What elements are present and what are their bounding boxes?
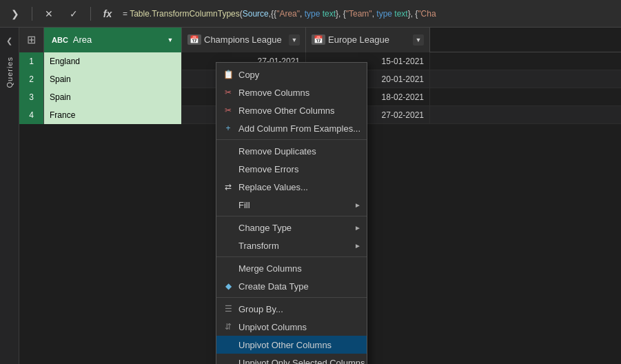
menu-unpivot-other-columns-label: Unpivot Other Columns [238, 340, 332, 350]
main-area: ❮ Queries ⊞ ABC Area ▼ 📅 Champions Leagu… [0, 28, 621, 364]
menu-remove-duplicates-label: Remove Duplicates [238, 146, 316, 156]
remove-other-columns-icon: ✂ [222, 104, 234, 117]
menu-remove-other-columns-label: Remove Other Columns [238, 105, 334, 116]
menu-remove-columns-label: Remove Columns [238, 88, 309, 98]
col-label-europe: Europe League [328, 34, 410, 45]
menu-item-replace-values[interactable]: ⇄ Replace Values... [216, 178, 367, 196]
unpivot-columns-icon: ⇵ [222, 321, 234, 333]
row-num-header: ⊞ [19, 28, 44, 52]
separator-2 [216, 216, 367, 216]
column-header-champions[interactable]: 📅 Champions League ▼ [182, 28, 306, 52]
col-label-champions: Champions League [204, 34, 286, 45]
menu-item-remove-errors[interactable]: Remove Errors [216, 160, 367, 178]
menu-item-remove-columns[interactable]: ✂ Remove Columns [216, 83, 367, 101]
menu-item-add-column-examples[interactable]: + Add Column From Examples... [216, 119, 367, 137]
cell-area-4: France [44, 106, 182, 124]
formula-bar: ❯ ✕ ✓ fx = Table.TransformColumnTypes(So… [0, 0, 621, 28]
separator-1 [216, 139, 367, 140]
context-menu: 📋 Copy ✂ Remove Columns ✂ Remove Other C… [216, 62, 367, 364]
separator-4 [216, 297, 367, 298]
add-column-icon: + [222, 122, 234, 134]
menu-create-data-type-label: Create Data Type [238, 281, 309, 292]
divider-2 [90, 7, 91, 21]
fill-submenu-arrow: ► [354, 201, 361, 209]
table-header: ⊞ ABC Area ▼ 📅 Champions League ▼ 📅 Euro… [19, 28, 621, 52]
column-header-europe[interactable]: 📅 Europe League ▼ [306, 28, 430, 52]
menu-item-unpivot-only-selected[interactable]: Unpivot Only Selected Columns [216, 354, 367, 364]
queries-label: Queries [6, 57, 14, 88]
menu-item-fill[interactable]: Fill ► [216, 196, 367, 214]
menu-group-by-label: Group By... [238, 304, 283, 314]
replace-values-icon: ⇄ [222, 181, 234, 193]
copy-icon: 📋 [222, 68, 234, 81]
col-type-icon-area: ABC [50, 35, 70, 45]
menu-item-group-by[interactable]: ☰ Group By... [216, 300, 367, 318]
col-dropdown-area[interactable]: ▼ [165, 34, 176, 46]
menu-replace-values-label: Replace Values... [238, 182, 308, 192]
row-num-2: 2 [19, 70, 44, 88]
fx-button[interactable]: fx [98, 4, 117, 23]
remove-columns-icon: ✂ [222, 86, 234, 99]
divider-1 [32, 7, 32, 21]
sidebar-collapse-icon[interactable]: ❮ [2, 33, 17, 48]
cell-area-3: Spain [44, 88, 182, 106]
cell-area-1: England [44, 52, 182, 70]
menu-merge-columns-label: Merge Columns [238, 263, 302, 274]
col-type-icon-champions: 📅 [187, 34, 201, 45]
content-area: ⊞ ABC Area ▼ 📅 Champions League ▼ 📅 Euro… [19, 28, 621, 364]
menu-item-copy[interactable]: 📋 Copy [216, 65, 367, 83]
menu-item-remove-other-columns[interactable]: ✂ Remove Other Columns [216, 101, 367, 119]
group-by-icon: ☰ [222, 303, 234, 315]
row-num-1: 1 [19, 52, 44, 70]
transform-submenu-arrow: ► [354, 242, 361, 250]
formula-text: = Table.TransformColumnTypes(Source,{{"A… [123, 9, 615, 19]
col-type-icon-europe: 📅 [312, 34, 325, 45]
menu-item-create-data-type[interactable]: ◆ Create Data Type [216, 277, 367, 295]
menu-transform-label: Transform [238, 241, 279, 251]
menu-unpivot-only-selected-label: Unpivot Only Selected Columns [238, 358, 365, 365]
confirm-button[interactable]: ✓ [64, 4, 83, 23]
cancel-button[interactable]: ✕ [39, 4, 59, 23]
menu-remove-errors-label: Remove Errors [238, 164, 298, 174]
cell-area-2: Spain [44, 70, 182, 88]
menu-item-transform[interactable]: Transform ► [216, 236, 367, 254]
menu-fill-label: Fill [238, 200, 250, 210]
menu-copy-label: Copy [238, 70, 259, 80]
change-type-submenu-arrow: ► [354, 224, 361, 232]
row-num-4: 4 [19, 106, 44, 124]
separator-3 [216, 256, 367, 257]
menu-unpivot-columns-label: Unpivot Columns [238, 322, 307, 332]
col-dropdown-champions[interactable]: ▼ [289, 34, 300, 46]
menu-add-column-label: Add Column From Examples... [238, 123, 360, 134]
row-num-3: 3 [19, 88, 44, 106]
menu-item-remove-duplicates[interactable]: Remove Duplicates [216, 142, 367, 160]
col-label-area: Area [73, 34, 162, 45]
menu-item-change-type[interactable]: Change Type ► [216, 219, 367, 236]
menu-change-type-label: Change Type [238, 223, 292, 233]
col-dropdown-europe[interactable]: ▼ [413, 34, 424, 46]
create-data-type-icon: ◆ [222, 280, 234, 292]
menu-item-unpivot-other-columns[interactable]: Unpivot Other Columns [216, 336, 367, 354]
left-sidebar: ❮ Queries [0, 28, 19, 364]
menu-item-unpivot-columns[interactable]: ⇵ Unpivot Columns [216, 318, 367, 336]
column-header-area[interactable]: ABC Area ▼ [44, 28, 182, 52]
menu-item-merge-columns[interactable]: Merge Columns [216, 259, 367, 277]
expand-button[interactable]: ❯ [6, 4, 25, 23]
